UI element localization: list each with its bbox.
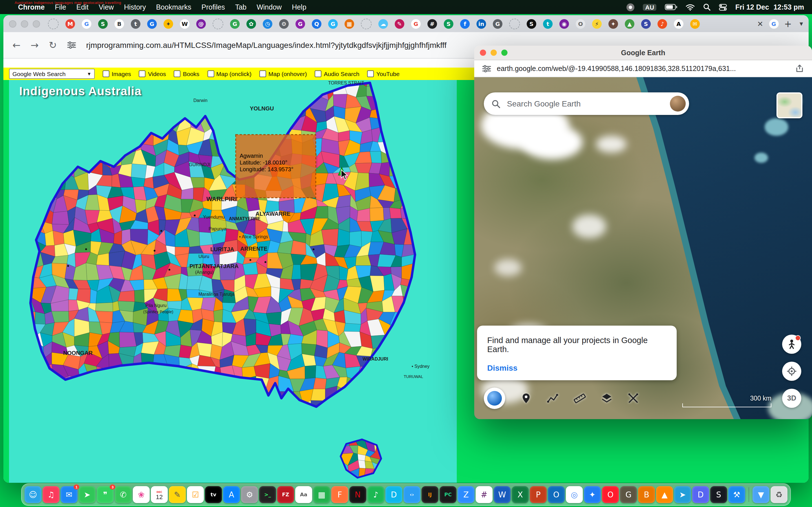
chrome-traffic-lights[interactable] bbox=[9, 20, 40, 27]
tab-favicon[interactable]: ✦ bbox=[608, 19, 618, 29]
tab-favicon[interactable]: S bbox=[527, 19, 536, 29]
tab-favicon[interactable]: t bbox=[543, 19, 553, 29]
tab-favicon[interactable]: in bbox=[476, 19, 486, 29]
tab-favicon[interactable]: @ bbox=[196, 19, 206, 29]
tab-favicon[interactable]: ☁ bbox=[378, 19, 388, 29]
dock-mail[interactable]: ✉1 bbox=[61, 486, 78, 503]
layers-button[interactable] bbox=[601, 393, 612, 404]
close-tab-button[interactable]: ✕ bbox=[757, 19, 763, 28]
close-window-button[interactable] bbox=[480, 50, 486, 56]
dock-reminders[interactable]: ☑ bbox=[187, 486, 204, 503]
dock-downloads[interactable]: ▼ bbox=[753, 486, 769, 503]
tab-favicon[interactable]: # bbox=[427, 19, 437, 29]
reload-button[interactable]: ↻ bbox=[49, 40, 57, 51]
dock-telegram[interactable]: ➤ bbox=[674, 486, 691, 503]
dock-vlc[interactable]: ▲ bbox=[656, 486, 673, 503]
close-window-button[interactable] bbox=[9, 20, 16, 27]
dock-notes[interactable]: ✎ bbox=[169, 486, 186, 503]
tab-favicon[interactable]: ✿ bbox=[246, 19, 256, 29]
dock-facetime[interactable]: ✆ bbox=[115, 486, 132, 503]
minimize-window-button[interactable] bbox=[21, 20, 28, 27]
tab-favicon[interactable]: G bbox=[328, 19, 338, 29]
address-bar[interactable]: earth.google.com/web/@-19.41990588,146.1… bbox=[497, 64, 790, 72]
tab-favicon[interactable]: G bbox=[230, 19, 240, 29]
forward-button[interactable]: → bbox=[31, 40, 39, 51]
tab-favicon[interactable]: ▲ bbox=[625, 19, 635, 29]
menu-help[interactable]: Help bbox=[292, 3, 306, 11]
dock-firefox[interactable]: F bbox=[331, 486, 348, 503]
dock-vscode[interactable]: ‹› bbox=[403, 486, 420, 503]
dock-spotify[interactable]: ♪ bbox=[367, 486, 384, 503]
overview-minimap[interactable] bbox=[776, 93, 802, 118]
site-info-icon[interactable] bbox=[67, 41, 76, 49]
checkbox-box[interactable] bbox=[139, 70, 146, 77]
dock-outlook[interactable]: O bbox=[548, 486, 565, 503]
tab-search-chevron-icon[interactable]: ▾ bbox=[800, 20, 803, 27]
menu-bookmarks[interactable]: Bookmarks bbox=[156, 3, 191, 11]
dock-finder[interactable]: ☺ bbox=[24, 486, 42, 503]
zoom-window-button[interactable] bbox=[501, 50, 507, 56]
dismiss-button[interactable]: Dismiss bbox=[487, 363, 517, 372]
tab-favicon[interactable] bbox=[509, 18, 520, 29]
earth-home-button[interactable] bbox=[484, 388, 505, 409]
checkbox-box[interactable] bbox=[315, 70, 322, 77]
checkbox-map-onclick-[interactable]: Map (onclick) bbox=[207, 70, 252, 77]
new-tab-button[interactable]: + bbox=[784, 18, 792, 29]
dock-chrome[interactable]: ◎ bbox=[566, 486, 583, 503]
tools-button[interactable] bbox=[627, 393, 639, 404]
dock-app-store[interactable]: A bbox=[223, 486, 240, 503]
checkbox-images[interactable]: Images bbox=[103, 70, 131, 77]
account-avatar[interactable] bbox=[670, 96, 686, 112]
dock-word[interactable]: W bbox=[494, 486, 511, 503]
measure-ruler-button[interactable] bbox=[573, 393, 586, 404]
tab-favicon[interactable]: A bbox=[674, 19, 683, 29]
battery-icon[interactable] bbox=[665, 4, 677, 10]
tab-favicon[interactable]: f bbox=[460, 19, 470, 29]
dock-intellij[interactable]: IJ bbox=[421, 486, 439, 503]
my-location-button[interactable] bbox=[782, 362, 801, 381]
input-source-menu[interactable]: AU bbox=[643, 4, 656, 10]
dock-zoom[interactable]: Z bbox=[458, 486, 474, 503]
tab-favicon[interactable]: ◉ bbox=[559, 19, 569, 29]
earth-viewport[interactable]: Find and manage all your projects in Goo… bbox=[474, 77, 812, 419]
menu-clock[interactable]: Fri 12 Dec 12:53 pm bbox=[735, 3, 804, 11]
tab-favicon[interactable]: ✎ bbox=[395, 19, 404, 29]
dock-music[interactable]: ♫ bbox=[43, 486, 59, 503]
placemark-pin-button[interactable] bbox=[520, 393, 532, 404]
earth-search-bar[interactable] bbox=[484, 93, 689, 115]
checkbox-audio-search[interactable]: Audio Search bbox=[315, 70, 359, 77]
tab-favicon[interactable]: O bbox=[576, 19, 585, 29]
indigenous-map[interactable]: Indigenous Australia DarwinYOLNGUTORRES … bbox=[9, 80, 457, 483]
tab-favicon[interactable]: ✦ bbox=[163, 19, 173, 29]
earth-title-bar[interactable]: Google Earth bbox=[474, 46, 812, 60]
menu-window[interactable]: Window bbox=[257, 3, 282, 11]
search-input[interactable] bbox=[506, 99, 664, 109]
tab-favicon[interactable]: G bbox=[147, 19, 157, 29]
checkbox-map-onhover-[interactable]: Map (onhover) bbox=[259, 70, 307, 77]
tab-favicon[interactable]: t bbox=[131, 19, 140, 29]
checkbox-box[interactable] bbox=[259, 70, 266, 77]
tab-favicon[interactable]: S bbox=[98, 19, 108, 29]
dock-messages[interactable]: ❞3 bbox=[97, 486, 114, 503]
menu-tab[interactable]: Tab bbox=[235, 3, 246, 11]
dock-steam[interactable]: S bbox=[710, 486, 727, 503]
tab-favicon[interactable]: ⚙ bbox=[279, 19, 289, 29]
dock-textedit[interactable]: Aa bbox=[295, 486, 312, 503]
site-info-icon[interactable] bbox=[482, 64, 491, 72]
spotlight-icon[interactable] bbox=[703, 3, 711, 11]
menu-profiles[interactable]: Profiles bbox=[202, 3, 225, 11]
dock-discord[interactable]: D bbox=[692, 486, 709, 503]
dock-filezilla[interactable]: FZ bbox=[277, 486, 294, 503]
tab-favicon[interactable]: ▦ bbox=[345, 19, 354, 29]
checkbox-box[interactable] bbox=[174, 70, 181, 77]
tab-favicon[interactable]: W bbox=[180, 19, 190, 29]
dock-terminal[interactable]: >_ bbox=[259, 486, 276, 503]
dock-safari[interactable]: ✦ bbox=[584, 486, 601, 503]
tab-favicon[interactable]: ✉ bbox=[690, 19, 700, 29]
dock-gimp[interactable]: G bbox=[620, 486, 637, 503]
australia-map-svg[interactable] bbox=[9, 80, 457, 483]
checkbox-youtube[interactable]: YouTube bbox=[367, 70, 400, 77]
tab-favicon[interactable]: G bbox=[493, 19, 502, 29]
back-button[interactable]: ← bbox=[12, 40, 20, 51]
share-icon[interactable] bbox=[795, 64, 804, 73]
